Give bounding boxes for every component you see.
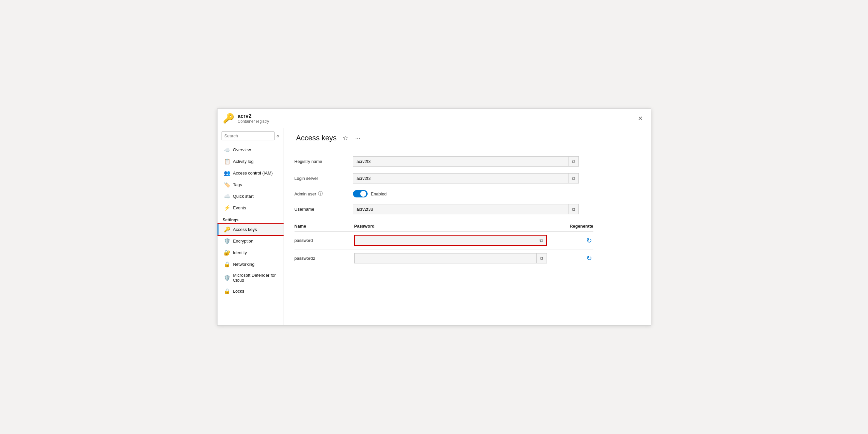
collapse-button[interactable]: «	[277, 133, 280, 139]
encryption-icon: 🛡️	[224, 238, 230, 244]
iam-icon: 👥	[224, 170, 230, 176]
sidebar-item-label: Access keys	[233, 227, 257, 232]
password-copy-button[interactable]: ⧉	[536, 236, 546, 245]
login-server-label: Login server	[294, 176, 348, 181]
admin-user-toggle[interactable]	[353, 190, 368, 197]
registry-name-copy-button[interactable]: ⧉	[568, 157, 579, 166]
sidebar-item-label: Networking	[233, 262, 255, 267]
activity-log-icon: 📋	[224, 158, 230, 165]
sidebar-item-quick-start[interactable]: ☁️ Quick start	[217, 191, 284, 202]
login-server-copy-button[interactable]: ⧉	[568, 173, 579, 183]
password-field-wrap: ⧉	[354, 235, 547, 246]
col-password-header: Password	[354, 224, 547, 229]
sidebar-item-activity-log[interactable]: 📋 Activity log	[217, 156, 284, 167]
close-button[interactable]: ✕	[635, 113, 646, 124]
login-server-field-wrap: ⧉	[353, 173, 579, 183]
tags-icon: 🏷️	[224, 181, 230, 188]
main-content: Access keys ☆ ··· Registry name ⧉	[284, 128, 651, 325]
sidebar-item-identity[interactable]: 🔐 Identity	[217, 247, 284, 259]
table-row: password ⧉ ↻	[294, 232, 593, 249]
app-name: acrv2	[238, 113, 269, 119]
networking-icon: 🔒	[224, 261, 230, 267]
content-body: Registry name ⧉ Login server ⧉	[284, 148, 651, 275]
username-field-wrap: ⧉	[353, 204, 579, 214]
sidebar-item-label: Encryption	[233, 239, 253, 243]
sidebar-item-events[interactable]: ⚡ Events	[217, 202, 284, 214]
search-input[interactable]	[221, 131, 275, 140]
title-bar: 🔑 acrv2 Container registry ✕	[217, 109, 651, 128]
registry-name-field-wrap: ⧉	[353, 156, 579, 167]
search-bar: «	[217, 128, 284, 144]
sidebar-item-label: Access control (IAM)	[233, 171, 273, 175]
page-title: Access keys	[296, 134, 337, 142]
login-server-row: Login server ⧉	[294, 173, 640, 183]
locks-icon: 🔒	[224, 288, 230, 294]
password2-regenerate-button[interactable]: ↻	[585, 253, 593, 263]
sidebar-item-tags[interactable]: 🏷️ Tags	[217, 179, 284, 191]
password2-input[interactable]	[354, 254, 536, 263]
password-regenerate-button[interactable]: ↻	[585, 235, 593, 246]
app-header: 🔑 acrv2 Container registry	[223, 113, 269, 124]
registry-name-label: Registry name	[294, 159, 348, 164]
password-actions: ↻	[547, 235, 593, 246]
sidebar-item-label: Events	[233, 205, 246, 210]
body-area: « ☁️ Overview 📋 Activity log 👥 Access co…	[217, 128, 651, 325]
events-icon: ⚡	[224, 205, 230, 211]
admin-user-row: Admin user ⓘ Enabled	[294, 190, 640, 197]
sidebar-item-networking[interactable]: 🔒 Networking	[217, 259, 284, 270]
main-window: 🔑 acrv2 Container registry ✕ « ☁️ Overvi…	[217, 108, 651, 326]
sidebar-item-label: Locks	[233, 289, 244, 294]
login-server-input[interactable]	[353, 173, 568, 183]
overview-icon: ☁️	[224, 147, 230, 153]
admin-user-label: Admin user ⓘ	[294, 191, 348, 197]
username-row: Username ⧉	[294, 204, 640, 214]
sidebar-item-access-keys[interactable]: 🔑 Access keys	[217, 224, 284, 235]
header-actions: ☆ ···	[341, 134, 362, 142]
registry-name-input[interactable]	[353, 157, 568, 166]
sidebar-item-defender[interactable]: 🛡️ Microsoft Defender for Cloud	[217, 270, 284, 286]
username-input[interactable]	[353, 204, 568, 214]
username-copy-button[interactable]: ⧉	[568, 204, 579, 214]
favorite-button[interactable]: ☆	[341, 134, 350, 142]
col-regenerate-header: Regenerate	[547, 224, 593, 229]
sidebar-item-label: Tags	[233, 182, 242, 187]
more-options-button[interactable]: ···	[353, 134, 362, 142]
identity-icon: 🔐	[224, 249, 230, 256]
quick-start-icon: ☁️	[224, 193, 230, 199]
admin-user-status: Enabled	[371, 192, 387, 196]
admin-user-toggle-wrap: Enabled	[353, 190, 387, 197]
app-type: Container registry	[238, 119, 269, 124]
password2-name: password2	[294, 256, 354, 261]
sidebar-item-label: Identity	[233, 250, 247, 255]
username-label: Username	[294, 207, 348, 212]
defender-icon: 🛡️	[224, 275, 230, 281]
table-row: password2 ⧉ ↻	[294, 249, 593, 267]
password-table: Name Password Regenerate password ⧉ ↻	[294, 221, 593, 267]
admin-user-info-icon[interactable]: ⓘ	[318, 191, 323, 197]
sidebar-item-label: Overview	[233, 147, 251, 152]
sidebar-item-label: Activity log	[233, 159, 254, 164]
password-name: password	[294, 238, 354, 243]
password2-actions: ↻	[547, 253, 593, 263]
sidebar-item-locks[interactable]: 🔒 Locks	[217, 286, 284, 297]
sidebar-item-label: Microsoft Defender for Cloud	[233, 273, 278, 283]
sidebar-item-label: Quick start	[233, 194, 254, 199]
registry-name-row: Registry name ⧉	[294, 156, 640, 167]
page-header: Access keys ☆ ···	[284, 128, 651, 148]
password2-field-wrap: ⧉	[354, 253, 547, 263]
sidebar-item-iam[interactable]: 👥 Access control (IAM)	[217, 167, 284, 179]
password-table-header: Name Password Regenerate	[294, 221, 593, 232]
header-divider	[292, 133, 292, 143]
col-name-header: Name	[294, 224, 354, 229]
settings-section-header: Settings	[217, 214, 284, 224]
password-input[interactable]	[355, 236, 536, 245]
password2-copy-button[interactable]: ⧉	[536, 254, 547, 263]
app-info: acrv2 Container registry	[238, 113, 269, 124]
sidebar-item-encryption[interactable]: 🛡️ Encryption	[217, 235, 284, 247]
sidebar-item-overview[interactable]: ☁️ Overview	[217, 144, 284, 156]
sidebar: « ☁️ Overview 📋 Activity log 👥 Access co…	[217, 128, 284, 325]
access-keys-icon: 🔑	[224, 226, 230, 233]
app-icon: 🔑	[223, 113, 235, 124]
